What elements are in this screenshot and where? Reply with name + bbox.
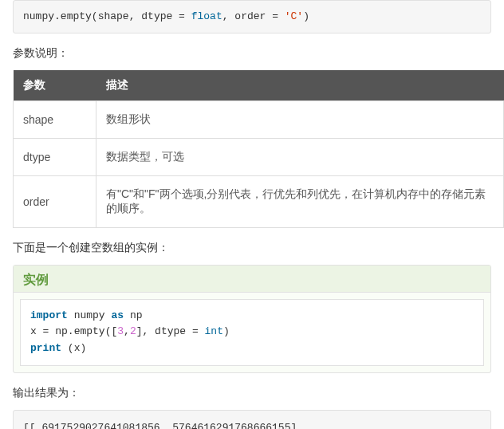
output-heading: 输出结果为： [13, 386, 491, 400]
example-box: 实例 import numpy as npx = np.empty([3,2],… [13, 265, 491, 373]
table-row: order 有"C"和"F"两个选项,分别代表，行优先和列优先，在计算机内存中的… [14, 175, 504, 227]
param-desc: 数组形状 [96, 100, 504, 138]
table-row: shape 数组形状 [14, 100, 504, 138]
param-name: dtype [14, 138, 96, 175]
example-title: 实例 [14, 266, 490, 293]
params-table: 参数 描述 shape 数组形状 dtype 数据类型，可选 order 有"C… [13, 70, 504, 228]
table-header-param: 参数 [14, 70, 96, 101]
param-desc: 数据类型，可选 [96, 138, 504, 175]
param-desc: 有"C"和"F"两个选项,分别代表，行优先和列优先，在计算机内存中的存储元素的顺… [96, 175, 504, 227]
example-intro: 下面是一个创建空数组的实例： [13, 241, 491, 255]
table-row: dtype 数据类型，可选 [14, 138, 504, 175]
output-block: [[ 6917529027641081856 57646162917686661… [13, 410, 491, 429]
signature-text: numpy.empty(shape, dtype = float, order … [23, 10, 309, 22]
params-heading: 参数说明： [13, 46, 491, 61]
table-header-desc: 描述 [96, 70, 504, 101]
param-name: order [14, 175, 96, 227]
param-name: shape [14, 100, 96, 138]
example-code: import numpy as npx = np.empty([3,2], dt… [20, 299, 484, 366]
signature-code-block: numpy.empty(shape, dtype = float, order … [13, 0, 491, 33]
